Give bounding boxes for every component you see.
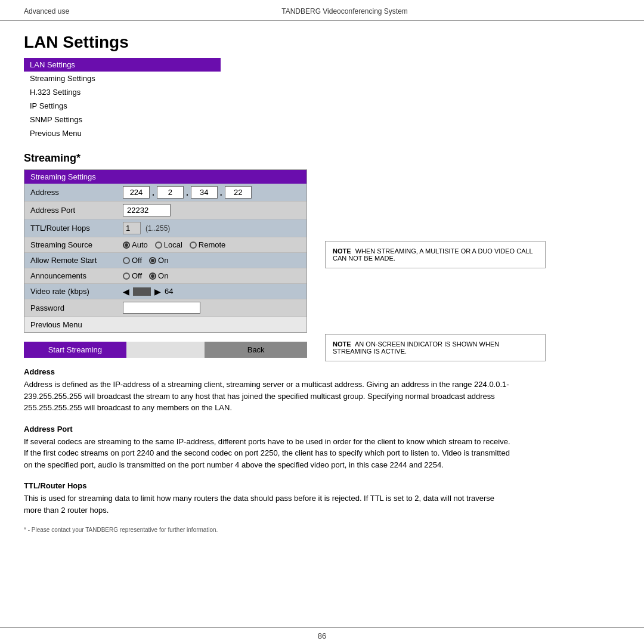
page-number: 86: [318, 631, 326, 640]
allow-remote-start-off[interactable]: Off: [123, 256, 142, 265]
radio-remote-btn: [190, 242, 197, 249]
nav-item-snmp-settings[interactable]: SNMP Settings: [24, 113, 221, 126]
previous-menu-row: Previous Menu: [24, 317, 306, 332]
address-port-label: Address Port: [30, 206, 123, 215]
video-rate-slider: ◀ ▶ 64: [123, 287, 173, 296]
address-port-desc-text: If several codecs are streaming to the s…: [24, 436, 513, 471]
password-value: [123, 302, 200, 314]
allow-remote-start-radio-group: Off On: [123, 256, 168, 265]
note-label-2: NOTE: [333, 340, 351, 348]
note-text-2: An on-screen indicator is shown when str…: [333, 340, 499, 355]
nav-item-h323-settings[interactable]: H.323 Settings: [24, 85, 221, 99]
address-octet-3[interactable]: [191, 186, 218, 199]
address-port-row: Address Port: [24, 202, 306, 219]
ttl-row: TTL/Router Hops (1..255): [24, 219, 306, 237]
settings-panel-header: Streaming Settings: [24, 170, 306, 184]
streaming-source-remote[interactable]: Remote: [190, 240, 226, 249]
streaming-source-auto[interactable]: Auto: [123, 240, 148, 249]
start-streaming-button[interactable]: Start Streaming: [24, 342, 126, 358]
radio-auto-btn: [123, 242, 130, 249]
allow-remote-start-label: Allow Remote Start: [30, 256, 123, 265]
streaming-source-label: Streaming Source: [30, 240, 123, 249]
address-value: . . .: [123, 186, 252, 199]
radio-remote-off-btn: [123, 257, 130, 264]
allow-remote-start-value: Off On: [123, 256, 168, 265]
announcements-on[interactable]: On: [149, 271, 168, 280]
addr-sep-1: .: [152, 188, 154, 197]
previous-menu-label[interactable]: Previous Menu: [30, 320, 123, 329]
page-wrapper: Advanced use TANDBERG Videoconferencing …: [0, 0, 644, 644]
address-desc-text: Address is defined as the IP-address of …: [24, 379, 513, 414]
password-input[interactable]: [123, 302, 200, 314]
ttl-desc-title: TTL/Router Hops: [24, 481, 620, 490]
password-label: Password: [30, 304, 123, 312]
address-port-input[interactable]: [123, 204, 171, 216]
slider-track[interactable]: [133, 287, 151, 296]
announcements-value: Off On: [123, 271, 168, 280]
footnote: * - Please contact your TANDBERG represe…: [24, 527, 620, 533]
ttl-description: TTL/Router Hops This is used for streami…: [24, 481, 620, 516]
streaming-section: Streaming* Streaming Settings Address .: [24, 152, 620, 533]
address-port-desc-title: Address Port: [24, 425, 620, 434]
radio-remote-on-btn: [149, 257, 156, 264]
streaming-title: Streaming*: [24, 152, 620, 165]
ttl-range: (1..255): [145, 224, 170, 233]
announcements-off[interactable]: Off: [123, 271, 142, 280]
ttl-value: (1..255): [123, 222, 170, 234]
address-port-description: Address Port If several codecs are strea…: [24, 425, 620, 471]
footer: 86: [0, 627, 644, 644]
nav-menu: LAN Settings Streaming Settings H.323 Se…: [24, 58, 221, 140]
bottom-buttons: Start Streaming Back: [24, 342, 307, 358]
allow-remote-start-row: Allow Remote Start Off On: [24, 253, 306, 268]
header-left: Advanced use: [24, 7, 69, 16]
video-rate-row: Video rate (kbps) ◀ ▶ 64: [24, 284, 306, 299]
notes-area: NOTE When streaming, a MultiSite or a Du…: [325, 169, 546, 367]
header: Advanced use TANDBERG Videoconferencing …: [0, 0, 644, 21]
nav-item-ip-settings[interactable]: IP Settings: [24, 99, 221, 113]
streaming-settings-panel: Streaming Settings Address . . .: [24, 169, 307, 333]
ttl-label: TTL/Router Hops: [30, 224, 123, 233]
addr-sep-2: .: [186, 188, 188, 197]
ttl-desc-text: This is used for streaming data to limit…: [24, 493, 513, 516]
nav-item-lan-settings[interactable]: LAN Settings: [24, 58, 221, 72]
allow-remote-start-on[interactable]: On: [149, 256, 168, 265]
address-octet-2[interactable]: [157, 186, 184, 199]
nav-item-previous-menu-top[interactable]: Previous Menu: [24, 126, 221, 140]
nav-item-streaming-settings[interactable]: Streaming Settings: [24, 72, 221, 85]
password-row: Password: [24, 299, 306, 317]
streaming-source-row: Streaming Source Auto Local: [24, 237, 306, 253]
video-rate-display: 64: [165, 287, 173, 296]
radio-announce-on-btn: [149, 273, 156, 280]
ttl-input[interactable]: [123, 222, 141, 234]
streaming-source-value: Auto Local Remote: [123, 240, 225, 249]
note-text-1: When streaming, a MultiSite or a Duo Vid…: [333, 247, 532, 262]
announcements-row: Announcements Off On: [24, 268, 306, 284]
main-content: LAN Settings LAN Settings Streaming Sett…: [0, 21, 644, 627]
streaming-source-radio-group: Auto Local Remote: [123, 240, 225, 249]
address-label: Address: [30, 188, 123, 197]
video-rate-value: ◀ ▶ 64: [123, 287, 173, 296]
address-description: Address Address is defined as the IP-add…: [24, 367, 620, 414]
note-box-1: NOTE When streaming, a MultiSite or a Du…: [325, 241, 546, 268]
announcements-radio-group: Off On: [123, 271, 168, 280]
slider-left-arrow[interactable]: ◀: [123, 287, 129, 296]
address-octet-1[interactable]: [123, 186, 150, 199]
radio-announce-off-btn: [123, 273, 130, 280]
address-desc-title: Address: [24, 367, 620, 376]
header-center: TANDBERG Videoconferencing System: [281, 7, 408, 16]
address-port-value: [123, 204, 171, 216]
page-title: LAN Settings: [24, 33, 620, 52]
video-rate-label: Video rate (kbps): [30, 287, 123, 296]
slider-right-arrow[interactable]: ▶: [154, 287, 161, 296]
addr-sep-3: .: [220, 188, 222, 197]
note-box-2: NOTE An on-screen indicator is shown whe…: [325, 334, 546, 361]
address-row: Address . . .: [24, 184, 306, 202]
radio-local-btn: [155, 242, 162, 249]
streaming-source-local[interactable]: Local: [155, 240, 182, 249]
back-button[interactable]: Back: [205, 342, 307, 358]
announcements-label: Announcements: [30, 271, 123, 280]
note-label-1: NOTE: [333, 247, 351, 255]
address-octet-4[interactable]: [225, 186, 252, 199]
